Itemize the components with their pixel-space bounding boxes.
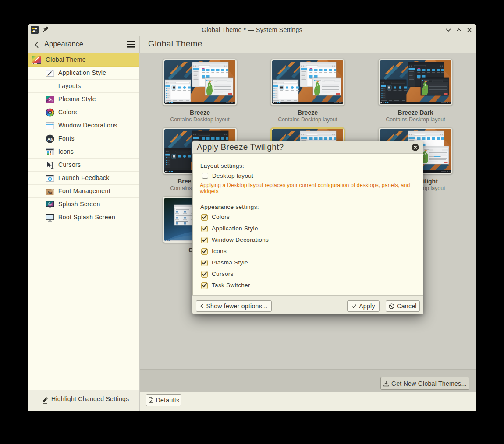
svg-text:Aa: Aa	[47, 137, 53, 141]
svg-text:Aa: Aa	[47, 190, 52, 195]
